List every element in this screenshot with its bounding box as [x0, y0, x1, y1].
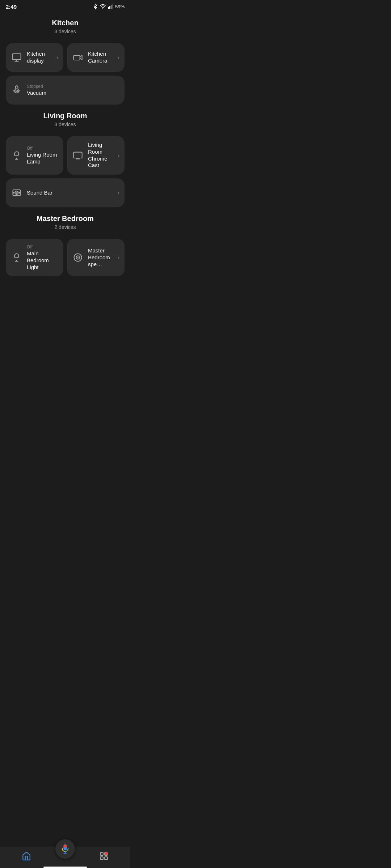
svg-point-17: [77, 257, 79, 258]
bedroom-speaker-icon: [72, 252, 84, 263]
display-icon: [11, 52, 22, 63]
sound-bar-chevron: ›: [118, 190, 119, 196]
bedroom-light-card[interactable]: Off Main Bedroom Light: [6, 239, 63, 276]
kitchen-camera-name: Kitchen Camera: [88, 51, 113, 64]
status-bar: 2:49 59%: [0, 0, 130, 12]
kitchen-title: Kitchen: [6, 19, 125, 27]
sound-bar-card[interactable]: Sound Bar ›: [6, 178, 125, 207]
lamp-status: Off: [27, 146, 58, 151]
master-bedroom-devices: Off Main Bedroom Light Master Bedroom sp…: [0, 239, 130, 276]
master-bedroom-subtitle: 2 devices: [6, 224, 125, 230]
lamp-icon: [11, 150, 22, 161]
kitchen-section: Kitchen 3 devices: [0, 12, 130, 43]
master-bedroom-section: Master Bedroom 2 devices: [0, 207, 130, 239]
svg-point-12: [16, 192, 17, 193]
svg-rect-1: [108, 7, 109, 9]
content-area: Kitchen 3 devices Kitchen display › Kitc…: [0, 12, 130, 320]
svg-rect-4: [112, 4, 113, 9]
chromecast-icon: [72, 150, 84, 161]
vacuum-status: Stopped: [27, 84, 119, 89]
kitchen-display-chevron: ›: [56, 54, 58, 61]
soundbar-icon: [11, 187, 22, 199]
living-room-section: Living Room 3 devices: [0, 105, 130, 136]
kitchen-subtitle: 3 devices: [6, 29, 125, 34]
svg-point-0: [102, 8, 103, 9]
kitchen-camera-chevron: ›: [118, 54, 119, 61]
svg-rect-3: [111, 5, 112, 9]
status-time: 2:49: [6, 4, 17, 10]
living-room-title: Living Room: [6, 112, 125, 120]
lamp-name: Living Room Lamp: [27, 152, 58, 165]
kitchen-display-card[interactable]: Kitchen display ›: [6, 43, 63, 72]
vacuum-name: Vacuum: [27, 90, 119, 97]
vacuum-icon: [11, 84, 22, 96]
master-bedroom-title: Master Bedroom: [6, 214, 125, 223]
svg-rect-5: [12, 54, 21, 60]
svg-rect-6: [73, 55, 80, 60]
bedroom-light-icon: [11, 252, 22, 263]
kitchen-display-name: Kitchen display: [27, 51, 52, 64]
chromecast-name: Living Room Chrome Cast: [88, 142, 113, 169]
signal-icon: [108, 4, 113, 9]
svg-point-8: [16, 90, 18, 92]
kitchen-camera-card[interactable]: Kitchen Camera ›: [67, 43, 125, 72]
sound-bar-name: Sound Bar: [27, 190, 113, 196]
camera-icon: [72, 52, 84, 63]
living-room-subtitle: 3 devices: [6, 122, 125, 127]
bluetooth-icon: [93, 4, 98, 9]
battery-indicator: 59%: [115, 4, 125, 9]
bedroom-light-status: Off: [27, 244, 58, 250]
wifi-icon: [100, 4, 106, 9]
kitchen-devices: Kitchen display › Kitchen Camera ›: [0, 43, 130, 105]
status-icons: 59%: [93, 4, 125, 9]
svg-rect-9: [73, 152, 82, 158]
vacuum-card[interactable]: Stopped Vacuum: [6, 76, 125, 105]
bedroom-speaker-chevron: ›: [118, 254, 119, 261]
svg-point-7: [14, 89, 19, 93]
living-room-devices: Off Living Room Lamp Living Room Chrome …: [0, 136, 130, 207]
chromecast-chevron: ›: [118, 152, 119, 159]
svg-rect-2: [109, 6, 110, 9]
svg-point-14: [19, 192, 20, 193]
living-room-lamp-card[interactable]: Off Living Room Lamp: [6, 136, 63, 175]
svg-point-11: [15, 191, 18, 194]
svg-point-13: [13, 192, 14, 193]
chromecast-card[interactable]: Living Room Chrome Cast ›: [67, 136, 125, 175]
bedroom-speaker-card[interactable]: Master Bedroom spe… ›: [67, 239, 125, 276]
bedroom-speaker-name: Master Bedroom spe…: [88, 247, 113, 268]
bedroom-light-name: Main Bedroom Light: [27, 250, 58, 271]
